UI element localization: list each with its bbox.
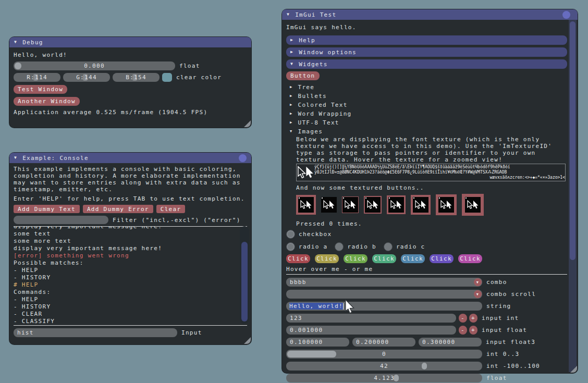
input-float-field[interactable]: 0.001000 xyxy=(286,326,456,335)
slider-grab[interactable] xyxy=(287,351,336,357)
console-title-bar[interactable]: ▼ Example: Console xyxy=(9,153,251,163)
float-slider-grab[interactable] xyxy=(15,63,21,69)
console-log-region[interactable]: display very important message here! som… xyxy=(14,227,247,325)
add-dummy-text-button[interactable]: Add Dummy Text xyxy=(14,205,80,213)
input-float3-z[interactable]: 0.300000 xyxy=(419,338,482,347)
console-intro-line: timestamp, emitter, etc. xyxy=(14,186,247,193)
input-float-label: input float xyxy=(482,327,527,333)
pressed-count-text: Pressed 0 times. xyxy=(296,220,567,227)
drag-blue[interactable]: B:154 xyxy=(113,73,160,82)
click-button-red[interactable]: Click xyxy=(286,254,310,263)
textured-image-button[interactable] xyxy=(321,197,337,213)
tree-arrow-icon: ▶ xyxy=(290,103,293,107)
resize-grip[interactable] xyxy=(244,120,251,127)
font-texture-image[interactable]: ýÇf}{üj()[]‖¼ŸBÑòÙöóÃÂÀÄÒ½¼ÙúŽŠ8éÊ/å\ÈÞï… xyxy=(296,164,566,181)
slider-float[interactable]: 4.123 xyxy=(286,374,482,382)
tree-node-word-wrapping[interactable]: ▶ Word Wrapping xyxy=(286,109,567,118)
close-icon[interactable] xyxy=(239,154,247,162)
string-input[interactable]: Hello, world! xyxy=(286,302,482,311)
click-button-green[interactable]: Click xyxy=(344,254,368,263)
minus-button[interactable]: - xyxy=(459,314,467,323)
drag-red[interactable]: R:114 xyxy=(14,73,60,82)
console-log-line: - HELP xyxy=(14,296,247,303)
radio-b[interactable] xyxy=(335,242,344,251)
console-scrollbar-thumb[interactable] xyxy=(241,242,248,322)
imgui-scrollbar[interactable] xyxy=(569,20,577,372)
float-slider[interactable]: 0.000 xyxy=(14,61,175,70)
console-log-line: Commands: xyxy=(14,289,247,296)
chevron-down-icon[interactable]: ▼ xyxy=(474,290,482,298)
debug-title-bar[interactable]: ▼ Debug xyxy=(9,37,251,47)
radio-a[interactable] xyxy=(286,242,295,251)
header-window-options[interactable]: ▶ Window options xyxy=(286,47,567,57)
imgui-hello-text: ImGui says hello. xyxy=(286,24,567,31)
textured-image-button[interactable] xyxy=(436,194,457,215)
slider-int-0-3[interactable]: 0 xyxy=(286,350,482,359)
tree-node-utf8-text[interactable]: ▶ UTF-8 Text xyxy=(286,118,567,127)
combo-value: bbbb xyxy=(290,279,307,286)
another-window-button[interactable]: Another Window xyxy=(14,97,80,106)
test-window-button[interactable]: Test Window xyxy=(14,85,67,94)
combo-scroll-box[interactable]: ▼ xyxy=(286,290,482,299)
drag-green[interactable]: G:144 xyxy=(63,73,110,82)
tree-node-label: Colored Text xyxy=(298,102,348,108)
click-button-magenta[interactable]: Click xyxy=(458,254,482,263)
hover-text[interactable]: Hover over me - or me xyxy=(286,266,567,273)
input-float3-x[interactable]: 0.100000 xyxy=(286,338,349,347)
textured-image-button[interactable] xyxy=(462,194,484,216)
click-button-teal[interactable]: Click xyxy=(372,254,396,263)
input-float-value: 0.001000 xyxy=(290,327,323,333)
combo-scroll-label: combo scroll xyxy=(486,291,536,298)
input-float3-x-value: 0.100000 xyxy=(290,339,323,345)
textured-image-button[interactable] xyxy=(296,195,316,215)
tree-node-bullets[interactable]: ▶ Bullets xyxy=(286,92,567,101)
cursor-icon xyxy=(366,200,379,209)
slider-int-100[interactable]: 42 xyxy=(286,362,482,370)
imgui-scrollbar-thumb[interactable] xyxy=(570,21,575,260)
slider-grab[interactable] xyxy=(422,363,427,369)
header-help[interactable]: ▶ Help xyxy=(286,35,567,45)
console-log-line-error: [error] something went wrong xyxy=(14,252,247,260)
console-command-input[interactable]: hist xyxy=(14,328,177,337)
input-float3-y[interactable]: 0.200000 xyxy=(352,338,415,347)
drag-green-value: G:144 xyxy=(76,74,97,81)
input-float3-label: input float3 xyxy=(486,339,535,345)
console-scrollbar[interactable] xyxy=(240,226,249,324)
click-button-yellow[interactable]: Click xyxy=(315,254,339,263)
textured-image-button[interactable] xyxy=(342,196,359,213)
tree-node-tree[interactable]: ▶ Tree xyxy=(286,83,567,92)
add-dummy-error-button[interactable]: Add Dummy Error xyxy=(83,205,153,213)
collapse-arrow-icon[interactable]: ▼ xyxy=(14,156,17,160)
close-icon[interactable] xyxy=(562,11,570,19)
tree-node-images[interactable]: ▼ Images xyxy=(286,127,567,136)
tree-node-colored-text[interactable]: ▶ Colored Text xyxy=(286,101,567,109)
checkbox[interactable] xyxy=(286,230,295,239)
collapse-arrow-icon[interactable]: ▼ xyxy=(287,13,290,17)
clear-button[interactable]: Clear xyxy=(156,205,186,213)
plus-button[interactable]: + xyxy=(469,326,477,335)
collapse-arrow-icon[interactable]: ▼ xyxy=(14,40,17,44)
input-int-row: 123 - + input int xyxy=(286,314,567,323)
textured-image-button[interactable] xyxy=(411,195,431,215)
input-int-field[interactable]: 123 xyxy=(286,314,456,323)
console-log-line: some more text xyxy=(14,238,247,245)
radio-c[interactable] xyxy=(384,242,393,251)
button-widget[interactable]: Button xyxy=(286,71,320,80)
console-help-text: Enter 'HELP' for help, press TAB to use … xyxy=(14,195,247,202)
clear-color-swatch[interactable] xyxy=(162,73,172,82)
imgui-title-bar[interactable]: ▼ ImGui Test xyxy=(282,9,578,20)
images-description-line: type as storage to pass pointers or iden… xyxy=(296,150,567,156)
combo-box[interactable]: bbbb ▼ xyxy=(286,278,482,287)
console-log-line: display very important message here! xyxy=(14,245,247,252)
plus-button[interactable]: + xyxy=(469,314,477,323)
textured-image-button[interactable] xyxy=(387,195,406,214)
header-widgets[interactable]: ▼ Widgets xyxy=(286,59,567,69)
radio-c-label: radio c xyxy=(396,243,425,250)
textured-image-button[interactable] xyxy=(364,196,382,214)
click-button-purple[interactable]: Click xyxy=(430,254,454,263)
click-button-blue[interactable]: Click xyxy=(401,254,425,263)
chevron-down-icon[interactable]: ▼ xyxy=(474,278,482,286)
radio-b-label: radio b xyxy=(347,243,376,250)
minus-button[interactable]: - xyxy=(459,326,467,335)
filter-input[interactable] xyxy=(14,216,108,224)
